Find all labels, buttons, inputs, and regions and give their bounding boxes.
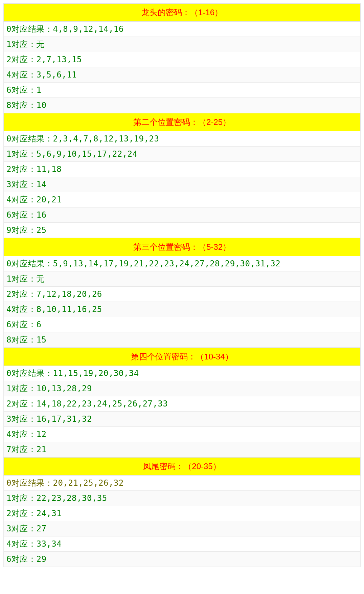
section-header: 第四个位置密码：（10-34） <box>3 348 361 366</box>
data-row: 4对应：8,10,11,16,25 <box>3 302 361 317</box>
data-row: 4对应：3,5,6,11 <box>3 67 361 83</box>
sections-root: 龙头的密码：（1-16）0对应结果：4,8,9,12,14,161对应：无2对应… <box>3 3 361 567</box>
section-1: 第二个位置密码：（2-25）0对应结果：2,3,4,7,8,12,13,19,2… <box>3 113 361 238</box>
data-row: 8对应：10 <box>3 98 361 113</box>
data-row: 1对应：5,6,9,10,15,17,22,24 <box>3 147 361 162</box>
data-row: 6对应：29 <box>3 552 361 567</box>
data-row: 2对应：24,31 <box>3 506 361 521</box>
data-row: 3对应：14 <box>3 177 361 192</box>
section-0: 龙头的密码：（1-16）0对应结果：4,8,9,12,14,161对应：无2对应… <box>3 3 361 113</box>
data-row: 7对应：21 <box>3 442 361 457</box>
section-3: 第四个位置密码：（10-34）0对应结果：11,15,19,20,30,341对… <box>3 348 361 457</box>
section-2: 第三个位置密码：（5-32）0对应结果：5,9,13,14,17,19,21,2… <box>3 238 361 348</box>
data-row: 2对应：11,18 <box>3 162 361 177</box>
data-row: 9对应：25 <box>3 223 361 238</box>
data-row: 0对应结果：4,8,9,12,14,16 <box>3 22 361 37</box>
data-row: 6对应：16 <box>3 207 361 223</box>
data-row: 0对应结果：5,9,13,14,17,19,21,22,23,24,27,28,… <box>3 256 361 271</box>
section-header: 龙头的密码：（1-16） <box>3 3 361 22</box>
data-row: 2对应：14,18,22,23,24,25,26,27,33 <box>3 396 361 412</box>
data-row: 6对应：1 <box>3 83 361 98</box>
section-header: 第三个位置密码：（5-32） <box>3 238 361 256</box>
data-row: 8对应：15 <box>3 332 361 348</box>
data-row: 0对应结果：11,15,19,20,30,34 <box>3 366 361 381</box>
data-row: 4对应：20,21 <box>3 192 361 207</box>
data-row: 0对应结果：20,21,25,26,32 <box>3 476 361 491</box>
data-row: 6对应：6 <box>3 317 361 332</box>
data-row: 1对应：无 <box>3 271 361 287</box>
section-header: 凤尾密码：（20-35） <box>3 457 361 476</box>
data-row: 1对应：10,13,28,29 <box>3 381 361 396</box>
data-row: 3对应：16,17,31,32 <box>3 412 361 427</box>
data-row: 2对应：2,7,13,15 <box>3 52 361 67</box>
data-row: 4对应：33,34 <box>3 536 361 552</box>
data-row: 4对应：12 <box>3 427 361 442</box>
section-4: 凤尾密码：（20-35）0对应结果：20,21,25,26,321对应：22,2… <box>3 457 361 567</box>
page-container: 龙头的密码：（1-16）0对应结果：4,8,9,12,14,161对应：无2对应… <box>0 0 364 570</box>
data-row: 0对应结果：2,3,4,7,8,12,13,19,23 <box>3 131 361 147</box>
data-row: 2对应：7,12,18,20,26 <box>3 287 361 302</box>
data-row: 1对应：无 <box>3 37 361 52</box>
data-row: 3对应：27 <box>3 521 361 536</box>
section-header: 第二个位置密码：（2-25） <box>3 113 361 131</box>
data-row: 1对应：22,23,28,30,35 <box>3 491 361 506</box>
